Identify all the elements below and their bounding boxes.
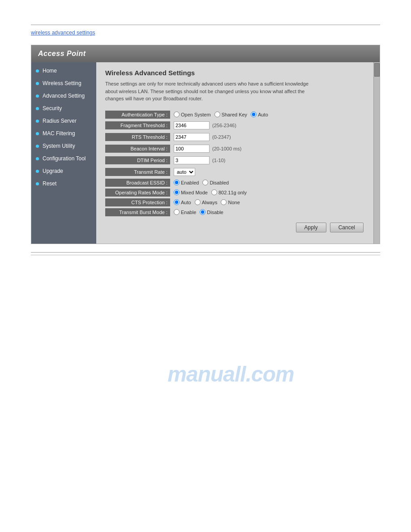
bullet-radius-server xyxy=(36,120,39,123)
radio-mixed-mode[interactable]: Mixed Mode xyxy=(174,189,208,195)
sidebar-label-upgrade: Upgrade xyxy=(43,168,63,174)
radio-cts-none-input[interactable] xyxy=(221,199,227,205)
radio-shared-key[interactable]: Shared Key xyxy=(214,112,247,117)
sidebar-item-advanced-setting[interactable]: Advanced Setting xyxy=(31,90,96,102)
radio-transmit-burst-mode: Enable Disable xyxy=(174,209,223,215)
radio-auto-input[interactable] xyxy=(251,112,257,117)
bottom-divider xyxy=(31,252,380,253)
radio-essid-enabled[interactable]: Enabled xyxy=(174,180,199,185)
row-beacon-interval: Beacon Interval : (20-1000 ms) xyxy=(105,144,371,154)
scrollbar-track[interactable] xyxy=(373,62,380,244)
radio-burst-disable-input[interactable] xyxy=(200,209,206,215)
sidebar-item-system-utility[interactable]: System Utility xyxy=(31,140,96,152)
radio-operating-rates-mode: Mixed Mode 802.11g only xyxy=(174,189,247,195)
apply-button[interactable]: Apply xyxy=(296,223,326,232)
radio-80211g-only[interactable]: 802.11g only xyxy=(211,189,247,195)
sidebar-label-mac-filtering: MAC Filtering xyxy=(43,130,75,137)
radio-auto[interactable]: Auto xyxy=(251,112,268,117)
main-content-area: Access Point Home Wireless Setting xyxy=(31,45,380,244)
ap-header: Access Point xyxy=(31,45,380,62)
hint-fragment-threshold: (256-2346) xyxy=(212,123,236,128)
cancel-button[interactable]: Cancel xyxy=(330,223,364,232)
sidebar-item-wireless-setting[interactable]: Wireless Setting xyxy=(31,77,96,90)
radio-cts-always-input[interactable] xyxy=(195,199,201,205)
bullet-system-utility xyxy=(36,145,39,148)
section-desc: These settings are only for more technic… xyxy=(105,80,316,103)
row-transmit-burst-mode: Transmit Burst Mode : Enable Disable xyxy=(105,208,371,216)
radio-80211g-only-input[interactable] xyxy=(211,189,217,195)
radio-mixed-mode-input[interactable] xyxy=(174,189,180,195)
radio-burst-disable[interactable]: Disable xyxy=(200,209,223,215)
select-transmit-rate[interactable]: auto 1 2 5.5 11 6 9 12 18 24 36 xyxy=(174,168,195,176)
label-fragment-threshold: Fragment Threshold : xyxy=(105,121,170,129)
bullet-configuration-tool xyxy=(36,157,39,160)
page-wrapper: wireless advanced settings Access Point … xyxy=(0,25,411,532)
radio-open-system-input[interactable] xyxy=(174,112,180,117)
sidebar-item-mac-filtering[interactable]: MAC Filtering xyxy=(31,127,96,140)
radio-burst-enable[interactable]: Enable xyxy=(174,209,196,215)
ap-body: Home Wireless Setting Advanced Setting S… xyxy=(31,62,380,244)
bottom-divider2 xyxy=(31,255,380,255)
sidebar-label-advanced-setting: Advanced Setting xyxy=(43,93,85,99)
label-authentication-type: Authentication Type : xyxy=(105,111,170,119)
input-fragment-threshold[interactable] xyxy=(174,121,210,129)
row-fragment-threshold: Fragment Threshold : (256-2346) xyxy=(105,120,371,130)
label-operating-rates-mode: Operating Rates Mode : xyxy=(105,189,170,197)
label-broadcast-essid: Broadcast ESSID : xyxy=(105,179,170,187)
scrollbar-thumb[interactable] xyxy=(374,63,380,77)
section-title: Wireless Advanced Settings xyxy=(105,69,371,77)
row-cts-protection: CTS Protection : Auto Always N xyxy=(105,198,371,206)
sidebar-item-reset[interactable]: Reset xyxy=(31,177,96,190)
top-divider xyxy=(31,25,380,25)
ap-panel: Access Point Home Wireless Setting xyxy=(31,45,380,244)
sidebar-item-upgrade[interactable]: Upgrade xyxy=(31,165,96,177)
radio-essid-disabled-input[interactable] xyxy=(202,180,208,185)
button-row: Apply Cancel xyxy=(105,223,371,237)
label-cts-protection: CTS Protection : xyxy=(105,198,170,206)
sidebar-item-security[interactable]: Security xyxy=(31,102,96,115)
value-transmit-burst-mode: Enable Disable xyxy=(170,208,371,216)
value-broadcast-essid: Enabled Disabled xyxy=(170,179,371,186)
radio-cts-always[interactable]: Always xyxy=(195,199,218,205)
bullet-wireless-setting xyxy=(36,82,39,85)
ap-title: Access Point xyxy=(38,50,86,57)
label-beacon-interval: Beacon Interval : xyxy=(105,145,170,153)
radio-cts-auto[interactable]: Auto xyxy=(174,199,191,205)
bullet-upgrade xyxy=(36,170,39,173)
radio-burst-enable-input[interactable] xyxy=(174,209,180,215)
value-rts-threshold: (0-2347) xyxy=(170,132,371,142)
radio-cts-auto-input[interactable] xyxy=(174,199,180,205)
bullet-advanced-setting xyxy=(36,94,39,98)
sidebar-item-radius-server[interactable]: Radius Server xyxy=(31,115,96,127)
radio-shared-key-input[interactable] xyxy=(214,112,220,117)
input-beacon-interval[interactable] xyxy=(174,145,210,153)
hint-dtim-period: (1-10) xyxy=(212,158,225,163)
radio-cts-none[interactable]: None xyxy=(221,199,240,205)
sidebar-item-configuration-tool[interactable]: Configuration Tool xyxy=(31,152,96,165)
sidebar-label-reset: Reset xyxy=(43,180,56,187)
value-authentication-type: Open System Shared Key Auto xyxy=(170,111,371,118)
link-area: wireless advanced settings xyxy=(31,30,380,36)
row-operating-rates-mode: Operating Rates Mode : Mixed Mode 802.11… xyxy=(105,189,371,197)
sidebar-label-radius-server: Radius Server xyxy=(43,118,77,124)
value-beacon-interval: (20-1000 ms) xyxy=(170,144,371,154)
sidebar-label-system-utility: System Utility xyxy=(43,143,75,149)
radio-essid-disabled[interactable]: Disabled xyxy=(202,180,229,185)
bullet-home xyxy=(36,69,39,73)
sidebar-label-security: Security xyxy=(43,105,62,112)
label-dtim-period: DTIM Period : xyxy=(105,156,170,164)
bullet-security xyxy=(36,107,39,110)
input-dtim-period[interactable] xyxy=(174,156,210,164)
radio-cts-protection: Auto Always None xyxy=(174,199,240,205)
input-rts-threshold[interactable] xyxy=(174,133,210,141)
sidebar-label-home: Home xyxy=(43,68,57,74)
hint-beacon-interval: (20-1000 ms) xyxy=(212,146,241,151)
radio-essid-enabled-input[interactable] xyxy=(174,180,180,185)
radio-open-system[interactable]: Open System xyxy=(174,112,211,117)
value-cts-protection: Auto Always None xyxy=(170,198,371,206)
row-dtim-period: DTIM Period : (1-10) xyxy=(105,155,371,165)
sidebar-label-configuration-tool: Configuration Tool xyxy=(43,155,86,162)
sidebar-item-home[interactable]: Home xyxy=(31,64,96,77)
wireless-advanced-link[interactable]: wireless advanced settings xyxy=(31,30,95,36)
value-dtim-period: (1-10) xyxy=(170,155,371,165)
